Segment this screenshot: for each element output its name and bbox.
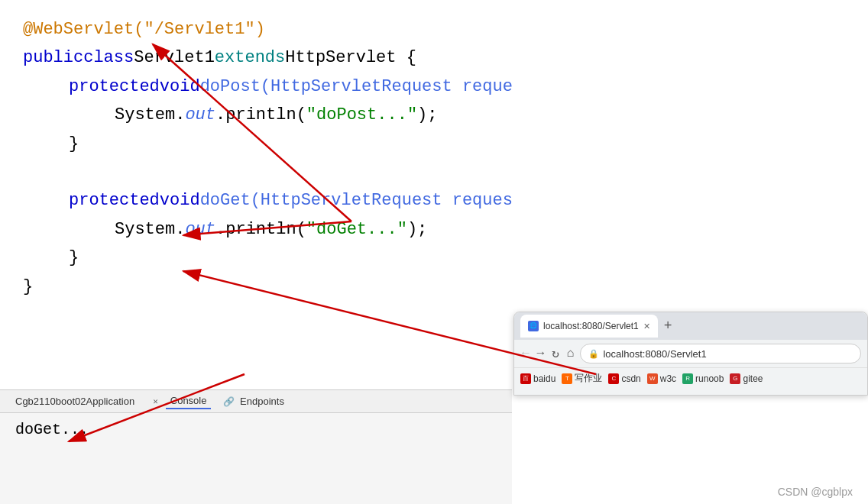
browser-nav-bar: ← → ↻ ⌂ 🔒 localhost:8080/Servlet1 (514, 340, 867, 367)
bookmark-w3c[interactable]: W w3c (647, 373, 676, 384)
address-bar[interactable]: 🔒 localhost:8080/Servlet1 (580, 344, 861, 363)
gitee-favicon: G (730, 373, 740, 384)
println-1: .println( (215, 101, 306, 129)
console-output: doGet... (0, 413, 512, 446)
string-dopost: "doPost..." (306, 101, 417, 129)
bookmark-gitee[interactable]: G gitee (730, 373, 763, 384)
tab-favicon: 🌐 (528, 321, 539, 331)
paren-2: ); (407, 215, 427, 244)
bookmarks-bar: 百 baidu T 写作业 C csdn W w3c R runoob G gi… (514, 367, 867, 389)
code-line-6: protected void doGet(HttpServletRequest … (69, 186, 497, 215)
method-doget: doGet(HttpServletRequest request, Htt (200, 186, 512, 215)
new-tab-icon[interactable]: + (664, 318, 672, 334)
runoob-favicon: R (682, 373, 693, 384)
tab-close-icon[interactable]: ✕ (643, 321, 650, 331)
zuoye-favicon: T (562, 373, 572, 384)
browser-tabs-bar: 🌐 localhost:8080/Servlet1 ✕ + (514, 312, 867, 340)
code-line-9: } (23, 273, 497, 301)
brace-1: } (69, 130, 79, 158)
kw-extends: extends (215, 44, 285, 72)
home-button[interactable]: ⌂ (565, 345, 576, 362)
code-line-8: } (69, 244, 497, 272)
kw-protected-2: protected (69, 186, 160, 215)
app-title[interactable]: Cgb2110boot02Application (8, 396, 142, 407)
url-text: localhost:8080/Servlet1 (603, 348, 706, 360)
kw-public: public (23, 44, 83, 72)
baidu-favicon: 百 (520, 373, 531, 384)
string-doget: "doGet..." (306, 215, 407, 244)
bookmark-csdn[interactable]: C csdn (608, 373, 640, 384)
code-line-2: public class Servlet1 extends HttpServle… (23, 44, 497, 72)
code-line-5: } (69, 130, 497, 158)
kw-class: class (83, 44, 134, 72)
bookmark-runoob[interactable]: R runoob (682, 373, 724, 384)
out-1: out (185, 101, 215, 129)
bookmark-baidu[interactable]: 百 baidu (520, 373, 555, 384)
code-line-7: System. out .println( "doGet..." ); (115, 215, 497, 244)
console-text: doGet... (15, 421, 89, 438)
code-line-4: System. out .println( "doPost..." ); (115, 101, 497, 129)
bottom-panel: Cgb2110boot02Application ✕ Console 🔗 End… (0, 389, 512, 504)
csdn-favicon: C (608, 373, 619, 384)
out-2: out (185, 215, 215, 244)
kw-void-1: void (160, 73, 200, 101)
code-line-3: protected void doPost(HttpServletRequest… (69, 73, 497, 101)
println-2: .println( (215, 215, 306, 244)
annotation-webservlet: @WebServlet("/Servlet1") (23, 15, 265, 44)
kw-void-2: void (160, 186, 200, 215)
tab-console[interactable]: Console (166, 393, 212, 409)
watermark: CSDN @cgblpx (778, 486, 853, 498)
tab-endpoints[interactable]: 🔗 Endpoints (219, 394, 288, 409)
code-line-1: @WebServlet("/Servlet1") (23, 15, 497, 44)
forward-button[interactable]: → (536, 345, 546, 362)
tab-title: localhost:8080/Servlet1 (543, 321, 639, 331)
back-button[interactable]: ← (520, 345, 531, 362)
brace-2: } (69, 244, 79, 272)
browser-window: 🌐 localhost:8080/Servlet1 ✕ + ← → ↻ ⌂ 🔒 … (513, 312, 868, 396)
paren-1: ); (417, 101, 437, 129)
refresh-button[interactable]: ↻ (550, 344, 561, 363)
lock-icon: 🔒 (588, 349, 599, 359)
code-editor: @WebServlet("/Servlet1") public class Se… (0, 0, 512, 389)
kw-protected-1: protected (69, 73, 160, 101)
panel-tabs: Cgb2110boot02Application ✕ Console 🔗 End… (0, 390, 512, 413)
method-dopost: doPost(HttpServletRequest request, Ht (200, 73, 512, 101)
app-close-icon[interactable]: ✕ (153, 396, 158, 406)
code-line-blank (23, 158, 497, 186)
class-httpservlet: HttpServlet { (285, 44, 416, 72)
w3c-favicon: W (647, 373, 658, 384)
system-2: System. (115, 215, 185, 244)
class-servlet1: Servlet1 (134, 44, 215, 72)
system-1: System. (115, 101, 185, 129)
endpoints-icon: 🔗 (223, 396, 235, 407)
browser-active-tab[interactable]: 🌐 localhost:8080/Servlet1 ✕ (520, 315, 658, 338)
bookmark-zuoye[interactable]: T 写作业 (562, 372, 602, 385)
brace-3: } (23, 273, 33, 301)
